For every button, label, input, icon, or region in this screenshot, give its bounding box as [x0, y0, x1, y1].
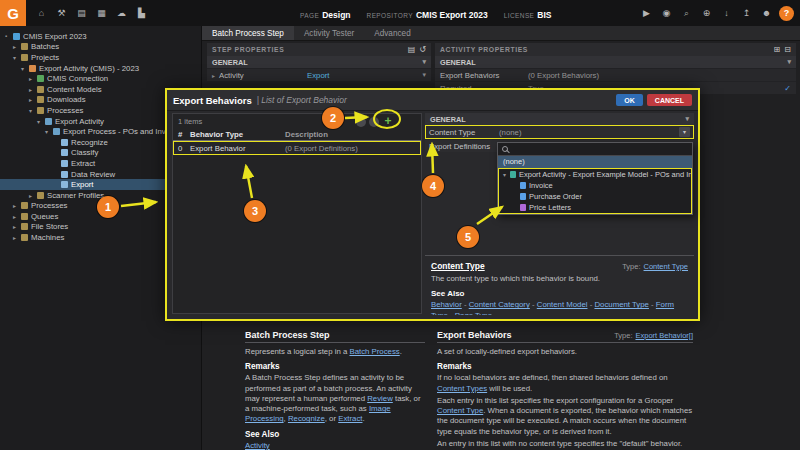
activity-properties-panel: ACTIVITY PROPERTIES ⊞⊟ GENERAL ▾ Export …	[435, 43, 796, 94]
see-also-heading: See Also	[245, 430, 425, 439]
remarks-text: A Batch Process Step defines an activity…	[245, 373, 425, 424]
behavior-row[interactable]: 0 Export Behavior (0 Export Definitions)	[173, 141, 421, 155]
dropdown-tree-item[interactable]: Purchase Order	[499, 191, 691, 202]
tab[interactable]: Advanced	[364, 26, 420, 40]
zoom-icon[interactable]: ⊕	[699, 6, 714, 21]
tree-item[interactable]: ▸ CMIS Connection	[0, 73, 201, 84]
chevron-down-icon: ▾	[422, 71, 426, 79]
general-section-header[interactable]: GENERAL ▾	[207, 56, 431, 68]
tree-expander-icon[interactable]: ▸	[29, 96, 36, 103]
home-icon[interactable]: ⌂	[33, 5, 50, 22]
move-up-icon[interactable]	[356, 117, 366, 127]
record-icon[interactable]: ◉	[659, 6, 674, 21]
tree-expander-icon[interactable]: ▸	[13, 43, 20, 50]
type-link[interactable]: Export Behavior[]	[635, 331, 693, 340]
search-icon[interactable]: ⌕	[679, 6, 694, 21]
tree-expander-icon[interactable]: ▸	[29, 192, 36, 199]
collapse-all-icon[interactable]: ⊟	[784, 45, 791, 54]
download-icon[interactable]: ↓	[719, 6, 734, 21]
tree-expander-icon[interactable]: ▾	[45, 128, 52, 135]
tools-icon[interactable]: ⚒	[53, 5, 70, 22]
content-type-icon	[520, 182, 526, 189]
content-type-row[interactable]: Content Type (none) ▾	[425, 125, 694, 139]
batches-icon[interactable]: ▤	[73, 5, 90, 22]
content-type-dropdown-button[interactable]: ▾	[679, 127, 690, 137]
save-icon[interactable]: ▤	[408, 45, 416, 54]
dropdown-tree-item[interactable]: ▾ Export Activity - Export Example Model…	[499, 169, 691, 180]
tree-node-icon	[21, 223, 28, 230]
tree-expander-icon[interactable]: ▸	[13, 202, 20, 209]
content-type-link[interactable]: Content Type	[644, 262, 688, 271]
tree-expander-icon[interactable]: ▪	[5, 33, 12, 39]
see-also-heading: See Also	[431, 289, 688, 298]
tree-expander-icon[interactable]: ▸	[13, 234, 20, 241]
user-icon[interactable]: ☻	[759, 6, 774, 21]
chevron-down-icon: ▾	[787, 58, 791, 66]
topbar-left-icons: ⌂⚒▤▦☁▙	[33, 5, 150, 22]
dropdown-tree-item[interactable]: Invoice	[499, 180, 691, 191]
content-type-dropdown: (none) ▾ Export Activity - Export Exampl…	[497, 142, 693, 215]
tree-item[interactable]: ▸ Batches	[0, 42, 201, 53]
tree-node-icon	[37, 192, 44, 199]
tree-node-icon	[61, 171, 68, 178]
tree-expander-icon[interactable]: ▾	[29, 107, 36, 114]
dropdown-tree-item[interactable]: Price Letters	[499, 202, 691, 213]
activity-link[interactable]: Activity	[245, 441, 270, 450]
help-link[interactable]: Document Type	[594, 300, 648, 309]
dropdown-item-none[interactable]: (none)	[498, 156, 692, 168]
tree-expander-icon[interactable]: ▸	[13, 223, 20, 230]
stats-icon[interactable]: ▙	[133, 5, 150, 22]
step-help-panel: Batch Process Step Represents a logical …	[245, 330, 425, 450]
tree-node-icon	[13, 33, 20, 40]
tree-item[interactable]: ▾ Projects	[0, 52, 201, 63]
tree-expander-icon[interactable]: ▾	[37, 118, 44, 125]
checkbox-checked-icon[interactable]: ✓	[784, 84, 791, 93]
tree-expander-icon[interactable]: ▸	[13, 213, 20, 220]
help-link[interactable]: Page Type	[455, 311, 492, 315]
tab[interactable]: Batch Process Step	[202, 26, 294, 40]
help-link[interactable]: Content Model	[537, 300, 588, 309]
content-type-value: (none)	[499, 128, 679, 137]
tree-item[interactable]: ▾ Export Activity (CMIS) - 2023	[0, 63, 201, 74]
cloud-icon[interactable]: ☁	[113, 5, 130, 22]
upload-icon[interactable]: ↥	[739, 6, 754, 21]
behavior-table-header: # Behavior Type Description	[173, 129, 421, 141]
tree-node-icon	[29, 65, 36, 72]
general-section-header[interactable]: GENERAL ▾	[435, 56, 796, 68]
tree-expander-icon[interactable]: ▾	[503, 171, 510, 178]
help-title: Batch Process Step	[245, 330, 330, 340]
activity-value[interactable]: Export	[307, 71, 422, 80]
see-also-links: BehaviorContent CategoryContent ModelDoc…	[431, 300, 688, 315]
annotation-badge-5: 5	[457, 226, 479, 248]
tree-expander-icon[interactable]: ▾	[21, 65, 28, 72]
ok-button[interactable]: OK	[616, 94, 643, 106]
help-link[interactable]: Behavior	[431, 300, 462, 309]
tree-node-icon	[61, 160, 68, 167]
row-expander-icon[interactable]: ▸	[212, 72, 219, 79]
step-properties-panel: STEP PROPERTIES ▤↺ GENERAL ▾ ▸ Activity …	[207, 43, 431, 81]
tree-expander-icon[interactable]: ▸	[29, 86, 36, 93]
dialog-help-area: Content Type Type:Content Type The conte…	[425, 255, 694, 315]
play-icon[interactable]: ▶	[639, 6, 654, 21]
activity-property-row[interactable]: ▸ Activity Export ▾	[207, 68, 431, 81]
general-section-header[interactable]: GENERAL ▾	[425, 113, 694, 125]
dropdown-search-field[interactable]	[498, 143, 692, 156]
behavior-list-pane: 1 items + # Behavior Type Description 0 …	[172, 113, 422, 314]
help-link[interactable]: Content Category	[469, 300, 530, 309]
cancel-button[interactable]: CANCEL	[647, 94, 692, 106]
imports-icon[interactable]: ▦	[93, 5, 110, 22]
tree-item[interactable]: ▪ CMIS Export 2023	[0, 31, 201, 42]
remarks-paragraph-3: An entry in this list with no content ty…	[437, 439, 693, 449]
help-icon[interactable]: ?	[779, 6, 794, 21]
tab[interactable]: Activity Tester	[294, 26, 364, 40]
content-type-icon	[510, 171, 516, 178]
tree-expander-icon[interactable]: ▾	[13, 54, 20, 61]
move-down-icon[interactable]	[369, 117, 379, 127]
expand-all-icon[interactable]: ⊞	[774, 45, 781, 54]
app-logo[interactable]: G	[0, 0, 26, 26]
tree-node-icon	[37, 75, 44, 82]
property-row[interactable]: Export Behaviors (0 Export Behaviors) ✓	[435, 68, 796, 81]
revert-icon[interactable]: ↺	[419, 45, 426, 54]
tree-expander-icon[interactable]: ▸	[29, 75, 36, 82]
add-behavior-button[interactable]: +	[382, 115, 394, 127]
